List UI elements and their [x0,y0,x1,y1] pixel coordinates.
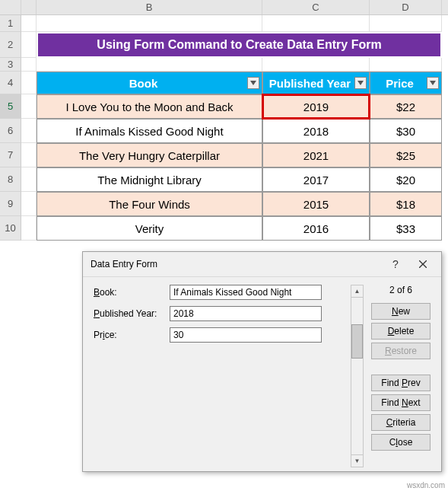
cell-B10[interactable]: Verity [37,216,262,241]
cell-A9[interactable] [21,192,37,216]
header-book[interactable]: Book [37,72,262,94]
help-button[interactable]: ? [382,257,409,272]
header-price-label: Price [386,77,414,90]
cell-C5-active[interactable]: 2019 [262,94,370,119]
cell-C8[interactable]: 2017 [262,167,370,192]
cell-A5[interactable] [21,94,37,119]
row-5-header[interactable]: 5 [0,94,21,119]
year-label: Published Year: [94,308,170,319]
cell-B3[interactable] [37,58,262,72]
scroll-down-icon[interactable]: ▼ [351,454,363,467]
cell-A1[interactable] [21,15,37,32]
cell-A4[interactable] [21,72,37,94]
column-headers: B C D [0,0,448,15]
row-8-header[interactable]: 8 [0,167,21,192]
col-D-header[interactable]: D [370,0,442,14]
find-prev-button[interactable]: Find Prev [371,375,431,391]
filter-book-button[interactable] [247,77,259,89]
col-C-header[interactable]: C [262,0,370,14]
cell-D3[interactable] [370,58,442,72]
find-next-button[interactable]: Find Next [371,394,431,411]
cell-D1[interactable] [370,15,442,32]
svg-marker-0 [250,81,256,85]
row-2-header[interactable]: 2 [0,32,21,58]
delete-button[interactable]: Delete [371,323,431,340]
book-label: Book: [94,287,170,298]
spreadsheet: B C D 1 2 Using Form Command to Create D… [0,0,448,241]
chevron-down-icon [357,81,364,85]
cell-B1[interactable] [37,15,262,32]
cell-A2[interactable] [21,32,37,58]
data-entry-form-dialog: Data Entry Form ? Book: Published Year: … [82,251,442,472]
cell-B5[interactable]: I Love You to the Moon and Back [37,94,262,119]
col-A-header[interactable] [21,0,37,14]
chevron-down-icon [430,81,436,85]
row-4-header[interactable]: 4 [0,72,21,94]
cell-B9[interactable]: The Four Winds [37,192,262,216]
criteria-button[interactable]: Criteria [371,414,431,431]
close-icon[interactable] [409,257,437,272]
svg-marker-1 [357,81,364,85]
row-7-header[interactable]: 7 [0,143,21,167]
book-input[interactable] [170,285,322,300]
year-input[interactable] [170,306,322,321]
x-icon [419,260,427,268]
scroll-track[interactable] [351,298,363,454]
scroll-up-icon[interactable]: ▲ [351,285,363,298]
row-6-header[interactable]: 6 [0,119,21,143]
svg-marker-2 [430,81,436,85]
header-year[interactable]: Published Year [262,72,370,94]
close-button[interactable]: Close [371,434,431,451]
select-all-corner[interactable] [0,0,21,14]
header-price[interactable]: Price [370,72,442,94]
filter-price-button[interactable] [427,77,439,89]
cell-C6[interactable]: 2018 [262,119,370,143]
filter-year-button[interactable] [354,77,367,89]
cell-C1[interactable] [262,15,370,32]
cell-A6[interactable] [21,119,37,143]
col-B-header[interactable]: B [37,0,262,14]
cell-D5[interactable]: $22 [370,94,442,119]
row-10-header[interactable]: 10 [0,216,21,241]
restore-button: Restore [371,343,431,359]
row-9-header[interactable]: 9 [0,192,21,216]
watermark: wsxdn.com [407,481,445,489]
cell-B8[interactable]: The Midnight Library [37,167,262,192]
cell-D9[interactable]: $18 [370,192,442,216]
cell-C9[interactable]: 2015 [262,192,370,216]
dialog-buttons: 2 of 6 New Delete Restore Find Prev Find… [368,285,434,467]
header-book-label: Book [129,77,158,90]
cell-A10[interactable] [21,216,37,241]
cell-D7[interactable]: $25 [370,143,442,167]
dialog-titlebar[interactable]: Data Entry Form ? [83,252,441,277]
cell-B7[interactable]: The Very Hungry Caterpillar [37,143,262,167]
price-input[interactable] [170,327,322,343]
cell-C3[interactable] [262,58,370,72]
cell-A8[interactable] [21,167,37,192]
cell-D6[interactable]: $30 [370,119,442,143]
row-1-header[interactable]: 1 [0,15,21,32]
price-label: Price: [94,330,170,340]
scroll-thumb[interactable] [351,324,363,359]
new-button[interactable]: New [371,303,431,320]
cell-D10[interactable]: $33 [370,216,442,241]
chevron-down-icon [250,81,256,85]
cell-C7[interactable]: 2021 [262,143,370,167]
header-year-label: Published Year [269,77,351,90]
cell-A7[interactable] [21,143,37,167]
cell-B6[interactable]: If Animals Kissed Good Night [37,119,262,143]
dialog-fields: Book: Published Year: Price: [94,285,346,467]
cell-C10[interactable]: 2016 [262,216,370,241]
record-counter: 2 of 6 [389,285,412,295]
row-3-header[interactable]: 3 [0,58,21,72]
dialog-scrollbar[interactable]: ▲ ▼ [351,285,364,467]
cell-A3[interactable] [21,58,37,72]
dialog-title: Data Entry Form [91,259,382,269]
cell-D8[interactable]: $20 [370,167,442,192]
title-cell[interactable]: Using Form Command to Create Data Entry … [37,32,442,58]
